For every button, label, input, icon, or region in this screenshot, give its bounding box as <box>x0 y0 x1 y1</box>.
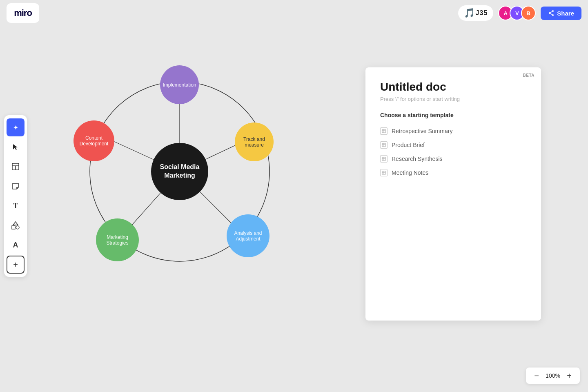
text-icon: T <box>13 202 18 210</box>
zoom-in-button[interactable]: + <box>564 371 574 381</box>
template-list: Retrospective Summary Product Brief Re <box>380 124 526 180</box>
share-button[interactable]: Share <box>541 7 581 20</box>
header-right: 🎵 J35 A V B Share <box>458 5 581 21</box>
avatar-group: A V B <box>498 6 536 20</box>
toolbar-select[interactable] <box>7 138 24 156</box>
template-product-brief[interactable]: Product Brief <box>380 138 526 152</box>
svg-marker-10 <box>13 222 18 225</box>
template-heading: Choose a starting template <box>380 112 526 118</box>
doc-title[interactable]: Untitled doc <box>380 80 526 94</box>
template-icon-product <box>380 141 388 149</box>
svg-point-2 <box>552 14 554 16</box>
center-node[interactable]: Social Media Marketing <box>151 143 208 200</box>
avatar-3[interactable]: B <box>521 6 536 20</box>
svg-line-4 <box>550 13 552 15</box>
node-marketing[interactable]: Marketing Strategies <box>96 218 139 261</box>
svg-line-3 <box>550 11 552 13</box>
sticky-icon <box>11 182 20 190</box>
node-track[interactable]: Track and measure <box>235 122 274 161</box>
template-icon-retro <box>380 127 388 135</box>
beta-badge: BETA <box>523 73 535 78</box>
toolbar-table[interactable] <box>7 158 24 176</box>
toolbar: ✦ T A + <box>4 115 27 277</box>
toolbar-ai[interactable]: ✦ <box>7 118 24 136</box>
doc-panel: BETA Untitled doc Press '/' for options … <box>365 67 541 321</box>
zoom-level: 100% <box>545 372 561 379</box>
table-icon <box>11 163 20 171</box>
mindmap[interactable]: Social Media Marketing Implementation Tr… <box>61 53 298 290</box>
svg-point-9 <box>16 226 19 229</box>
timer-text: J35 <box>476 9 488 17</box>
node-implementation[interactable]: Implementation <box>160 65 199 104</box>
timer-display: 🎵 J35 <box>458 5 494 21</box>
shapes-icon <box>11 221 20 230</box>
node-analysis[interactable]: Analysis and Adjustment <box>227 214 270 257</box>
template-icon-meeting <box>380 169 388 176</box>
toolbar-shapes[interactable] <box>7 216 24 234</box>
sparkles-icon: ✦ <box>13 124 18 131</box>
template-retrospective[interactable]: Retrospective Summary <box>380 124 526 138</box>
header: miro 🎵 J35 A V B Share <box>0 0 588 26</box>
svg-point-1 <box>552 10 554 12</box>
cursor-icon <box>12 143 19 151</box>
toolbar-text[interactable]: T <box>7 197 24 215</box>
template-meeting[interactable]: Meeting Notes <box>380 166 526 180</box>
font-icon: A <box>13 241 18 249</box>
svg-rect-8 <box>12 226 15 229</box>
add-icon: + <box>13 260 18 270</box>
share-icon <box>548 10 555 16</box>
template-research[interactable]: Research Synthesis <box>380 152 526 166</box>
zoom-out-button[interactable]: − <box>532 371 541 381</box>
doc-subtitle: Press '/' for options or start writing <box>380 96 526 102</box>
zoom-controls: − 100% + <box>526 368 580 384</box>
toolbar-font[interactable]: A <box>7 236 24 254</box>
miro-logo[interactable]: miro <box>7 3 39 23</box>
toolbar-add[interactable]: + <box>7 256 24 274</box>
toolbar-sticky[interactable] <box>7 177 24 195</box>
node-content[interactable]: Content Development <box>74 120 114 161</box>
template-icon-research <box>380 155 388 163</box>
